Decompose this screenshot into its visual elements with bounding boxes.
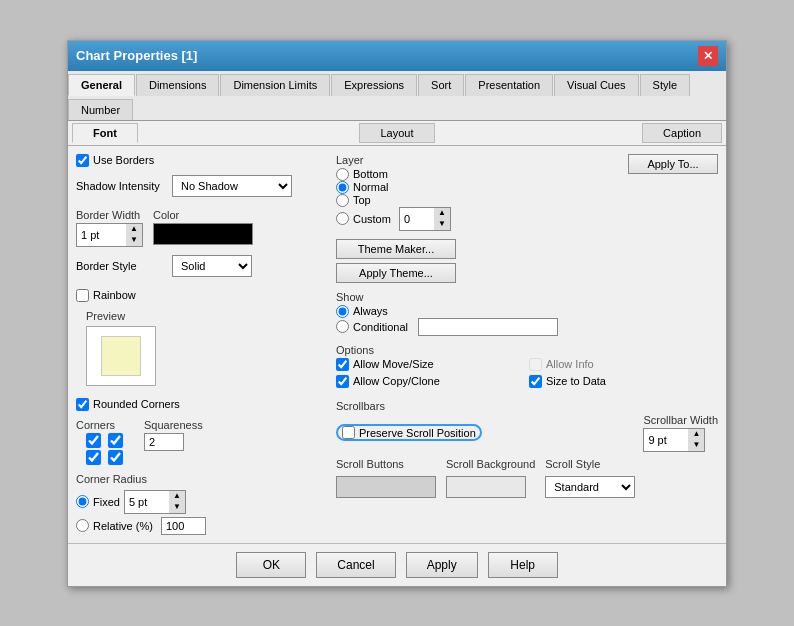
chart-properties-dialog: Chart Properties [1] ✕ General Dimension…	[67, 40, 727, 587]
preserve-scroll-label: Preserve Scroll Position	[359, 427, 476, 439]
show-label: Show	[336, 291, 718, 303]
scrollbars-label: Scrollbars	[336, 400, 718, 412]
border-width-label: Border Width	[76, 209, 143, 221]
squareness-label: Squareness	[144, 419, 203, 431]
corners-section: Corners	[76, 419, 128, 465]
shadow-intensity-row: Shadow Intensity No Shadow Light Medium …	[76, 175, 326, 197]
shadow-intensity-select[interactable]: No Shadow Light Medium Heavy	[172, 175, 292, 197]
allow-copy-clone-label: Allow Copy/Clone	[353, 375, 440, 387]
main-tabs: General Dimensions Dimension Limits Expr…	[68, 71, 726, 121]
rainbow-checkbox[interactable]	[76, 289, 89, 302]
size-to-data-label: Size to Data	[546, 375, 606, 387]
tab-sort[interactable]: Sort	[418, 74, 464, 96]
relative-input[interactable]	[161, 517, 206, 535]
corner-tr[interactable]	[108, 433, 123, 448]
rounded-corners-checkbox[interactable]	[76, 398, 89, 411]
use-borders-checkbox[interactable]	[76, 154, 89, 167]
fixed-spinner-buttons: ▲ ▼	[169, 490, 186, 514]
allow-info-checkbox[interactable]	[529, 358, 542, 371]
relative-radio-row: Relative (%)	[76, 517, 326, 535]
scroll-background-col: Scroll Background	[446, 458, 535, 498]
fixed-down[interactable]: ▼	[169, 502, 185, 513]
scrollbar-width-label: Scrollbar Width	[643, 414, 718, 426]
tab-style[interactable]: Style	[640, 74, 690, 96]
border-width-up[interactable]: ▲	[126, 224, 142, 235]
subtab-caption[interactable]: Caption	[642, 123, 722, 143]
border-style-select[interactable]: Solid Dashed Dotted	[172, 255, 252, 277]
fixed-radio-row: Fixed ▲ ▼	[76, 490, 326, 514]
options-grid: Allow Move/Size Allow Info Allow Copy/Cl…	[336, 358, 718, 388]
tab-visual-cues[interactable]: Visual Cues	[554, 74, 639, 96]
layer-bottom-radio[interactable]	[336, 168, 349, 181]
corner-tl[interactable]	[86, 433, 101, 448]
tab-general[interactable]: General	[68, 74, 135, 96]
relative-radio[interactable]	[76, 519, 89, 532]
allow-move-size-checkbox[interactable]	[336, 358, 349, 371]
right-panel: Layer Bottom Normal Top	[336, 154, 718, 535]
show-always-radio[interactable]	[336, 305, 349, 318]
squareness-input[interactable]	[144, 433, 184, 451]
tab-presentation[interactable]: Presentation	[465, 74, 553, 96]
fixed-spinner: ▲ ▼	[124, 490, 186, 514]
cancel-button[interactable]: Cancel	[316, 552, 395, 578]
help-button[interactable]: Help	[488, 552, 558, 578]
border-width-down[interactable]: ▼	[126, 235, 142, 246]
apply-theme-button[interactable]: Apply Theme...	[336, 263, 456, 283]
layer-normal-radio[interactable]	[336, 181, 349, 194]
layer-custom-radio[interactable]	[336, 212, 349, 225]
fixed-input[interactable]	[124, 490, 169, 514]
corner-bl[interactable]	[86, 450, 101, 465]
border-width-input[interactable]	[76, 223, 126, 247]
show-conditional-radio[interactable]	[336, 320, 349, 333]
corner-radius-section: Corner Radius Fixed ▲ ▼ Relative (%)	[76, 473, 326, 535]
layer-custom-btns: ▲ ▼	[434, 207, 451, 231]
preview-box	[86, 326, 156, 386]
scrollbar-width-input[interactable]	[643, 428, 688, 452]
corners-squareness-area: Corners Squareness	[76, 419, 326, 465]
scroll-background-color[interactable]	[446, 476, 526, 498]
color-picker[interactable]	[153, 223, 253, 245]
border-style-label: Border Style	[76, 260, 166, 272]
tab-expressions[interactable]: Expressions	[331, 74, 417, 96]
border-width-spinner: ▲ ▼	[76, 223, 143, 247]
preview-label: Preview	[86, 310, 156, 322]
tab-dimensions[interactable]: Dimensions	[136, 74, 219, 96]
layer-bottom-row: Bottom	[336, 168, 451, 181]
corner-br[interactable]	[108, 450, 123, 465]
tab-number[interactable]: Number	[68, 99, 133, 120]
allow-copy-clone-checkbox[interactable]	[336, 375, 349, 388]
apply-button[interactable]: Apply	[406, 552, 478, 578]
theme-maker-button[interactable]: Theme Maker...	[336, 239, 456, 259]
scrollbar-width-up[interactable]: ▲	[688, 429, 704, 440]
layer-top-radio[interactable]	[336, 194, 349, 207]
subtab-font[interactable]: Font	[72, 123, 138, 143]
title-bar: Chart Properties [1] ✕	[68, 41, 726, 71]
layer-custom-down[interactable]: ▼	[434, 219, 450, 230]
fixed-up[interactable]: ▲	[169, 491, 185, 502]
preserve-scroll-checkbox[interactable]	[342, 426, 355, 439]
scroll-buttons-color[interactable]	[336, 476, 436, 498]
preserve-scroll-inner: Preserve Scroll Position	[342, 426, 476, 439]
scrollbar-width-down[interactable]: ▼	[688, 440, 704, 451]
color-label: Color	[153, 209, 253, 221]
ok-button[interactable]: OK	[236, 552, 306, 578]
border-width-spinner-buttons: ▲ ▼	[126, 223, 143, 247]
apply-to-button[interactable]: Apply To...	[628, 154, 718, 174]
tab-dimension-limits[interactable]: Dimension Limits	[220, 74, 330, 96]
apply-to-area: Apply To...	[628, 154, 718, 174]
scroll-style-select[interactable]: Standard Modern Classic	[545, 476, 635, 498]
bottom-bar: OK Cancel Apply Help	[68, 543, 726, 586]
squareness-section: Squareness	[144, 419, 203, 451]
layer-custom-up[interactable]: ▲	[434, 208, 450, 219]
layer-bottom-label: Bottom	[353, 168, 388, 180]
layer-custom-input[interactable]	[399, 207, 434, 231]
layer-normal-row: Normal	[336, 181, 451, 194]
close-button[interactable]: ✕	[698, 46, 718, 66]
corners-label: Corners	[76, 419, 128, 431]
size-to-data-checkbox[interactable]	[529, 375, 542, 388]
fixed-radio[interactable]	[76, 495, 89, 508]
allow-copy-clone-row: Allow Copy/Clone	[336, 375, 525, 388]
preserve-scroll-row: Preserve Scroll Position Scrollbar Width…	[336, 414, 718, 452]
subtab-layout[interactable]: Layout	[359, 123, 434, 143]
conditional-input[interactable]	[418, 318, 558, 336]
